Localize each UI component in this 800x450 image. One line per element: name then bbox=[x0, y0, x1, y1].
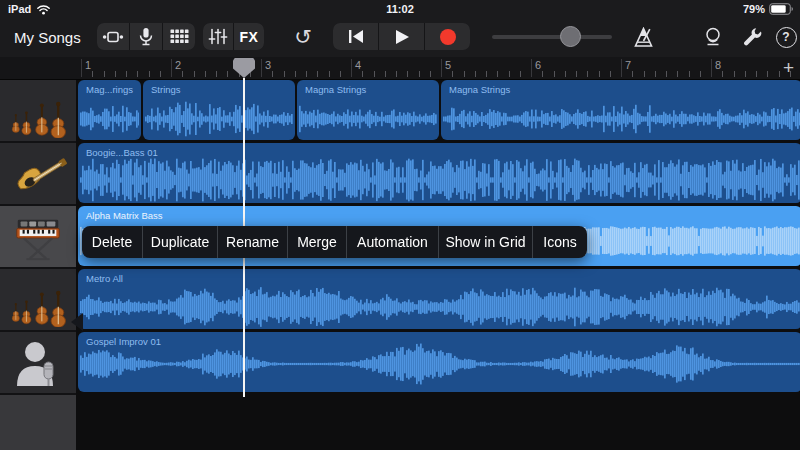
region-metro-all[interactable]: Metro All bbox=[78, 269, 800, 329]
timeline-ruler[interactable]: 12345678 + bbox=[0, 57, 800, 80]
settings-wrench-button[interactable] bbox=[737, 24, 765, 50]
region-label: Mag...rings bbox=[86, 84, 133, 95]
toolbar: My Songs bbox=[0, 18, 800, 58]
region-magna-strings-2[interactable]: Magna Strings bbox=[441, 80, 800, 140]
region-label: Magna Strings bbox=[449, 84, 510, 95]
track-controls-icon bbox=[102, 29, 124, 45]
microphone-button[interactable] bbox=[130, 23, 162, 50]
region-label: Alpha Matrix Bass bbox=[86, 210, 163, 221]
menu-item-delete[interactable]: Delete bbox=[82, 226, 142, 258]
string-section-icon bbox=[7, 273, 69, 327]
loop-browser-button[interactable] bbox=[699, 24, 727, 50]
menu-item-icons[interactable]: Icons bbox=[532, 226, 587, 258]
undo-button[interactable]: ↺ bbox=[288, 23, 318, 50]
menu-item-rename[interactable]: Rename bbox=[217, 226, 287, 258]
track-header-bass[interactable] bbox=[0, 143, 76, 206]
region-label: Metro All bbox=[86, 273, 123, 284]
region-label: Magna Strings bbox=[305, 84, 366, 95]
view-button-group bbox=[97, 23, 195, 50]
region-magna-strings-1[interactable]: Magna Strings bbox=[297, 80, 439, 140]
ruler-bar-number: 1 bbox=[85, 59, 91, 71]
ruler-bar-number: 5 bbox=[445, 59, 451, 71]
menu-item-show-in-grid[interactable]: Show in Grid bbox=[438, 226, 532, 258]
mixer-faders-button[interactable] bbox=[203, 23, 233, 50]
metronome-button[interactable] bbox=[629, 24, 657, 50]
wrench-icon bbox=[741, 27, 762, 47]
region-label: Strings bbox=[151, 84, 181, 95]
region-strings[interactable]: Strings bbox=[143, 80, 295, 140]
record-icon bbox=[439, 28, 457, 46]
ruler-bar-number: 4 bbox=[355, 59, 361, 71]
smart-grid-icon bbox=[170, 29, 189, 44]
battery-icon bbox=[769, 3, 794, 15]
region-boogie-bass[interactable]: Boogie...Bass 01 bbox=[78, 143, 800, 203]
track-area: Mag...rings Strings Magna Strings Magna … bbox=[0, 80, 800, 450]
fx-button[interactable]: FX bbox=[234, 23, 264, 50]
garageband-app: iPad 11:02 79% My Songs bbox=[0, 0, 800, 450]
ruler-bar-number: 2 bbox=[175, 59, 181, 71]
menu-item-duplicate[interactable]: Duplicate bbox=[142, 226, 217, 258]
volume-slider[interactable] bbox=[492, 26, 612, 48]
track-header-strings-1[interactable] bbox=[0, 80, 76, 143]
status-bar: iPad 11:02 79% bbox=[0, 0, 800, 18]
voice-microphone-icon bbox=[10, 336, 66, 390]
menu-item-automation[interactable]: Automation bbox=[346, 226, 438, 258]
ruler-bar-number: 8 bbox=[715, 59, 721, 71]
help-button[interactable]: ? bbox=[772, 24, 800, 50]
playhead-handle[interactable] bbox=[233, 58, 255, 78]
smart-grid-button[interactable] bbox=[163, 23, 195, 50]
mixer-faders-icon bbox=[208, 28, 228, 45]
help-icon: ? bbox=[776, 27, 797, 48]
track-header-voice[interactable] bbox=[0, 332, 76, 395]
region-context-menu: Delete Duplicate Rename Merge Automation… bbox=[82, 226, 587, 258]
play-button[interactable] bbox=[379, 23, 424, 50]
add-bars-icon[interactable]: + bbox=[783, 57, 794, 79]
microphone-icon bbox=[137, 27, 155, 46]
volume-slider-track[interactable] bbox=[492, 35, 612, 39]
volume-slider-knob[interactable] bbox=[560, 26, 581, 47]
track-controls-button[interactable] bbox=[97, 23, 129, 50]
context-menu-arrow bbox=[71, 313, 83, 331]
transport-controls bbox=[333, 23, 470, 50]
keyboard-synth-icon bbox=[7, 210, 69, 264]
string-section-icon bbox=[7, 84, 69, 138]
ruler-bar-number: 3 bbox=[265, 59, 271, 71]
play-icon bbox=[394, 29, 410, 45]
metronome-icon bbox=[632, 27, 655, 48]
menu-item-merge[interactable]: Merge bbox=[287, 226, 346, 258]
track-header-strings-2[interactable] bbox=[0, 269, 76, 332]
region-gospel-improv[interactable]: Gospel Improv 01 bbox=[78, 332, 800, 392]
region-mag-rings[interactable]: Mag...rings bbox=[78, 80, 141, 140]
rewind-icon bbox=[347, 29, 365, 44]
record-button[interactable] bbox=[425, 23, 470, 50]
my-songs-button[interactable]: My Songs bbox=[10, 27, 85, 48]
fx-label: FX bbox=[240, 29, 259, 45]
ruler-bar-number: 7 bbox=[625, 59, 631, 71]
battery-percent: 79% bbox=[743, 3, 765, 15]
undo-icon: ↺ bbox=[294, 25, 312, 48]
mix-button-group: FX bbox=[203, 23, 264, 50]
clock: 11:02 bbox=[0, 3, 800, 15]
bass-guitar-icon bbox=[7, 147, 69, 201]
ruler-bar-number: 6 bbox=[535, 59, 541, 71]
region-label: Boogie...Bass 01 bbox=[86, 147, 158, 158]
track-header-synth[interactable] bbox=[0, 206, 76, 269]
track-header-empty bbox=[0, 395, 76, 450]
loop-browser-icon bbox=[702, 27, 724, 47]
rewind-button[interactable] bbox=[333, 23, 378, 50]
